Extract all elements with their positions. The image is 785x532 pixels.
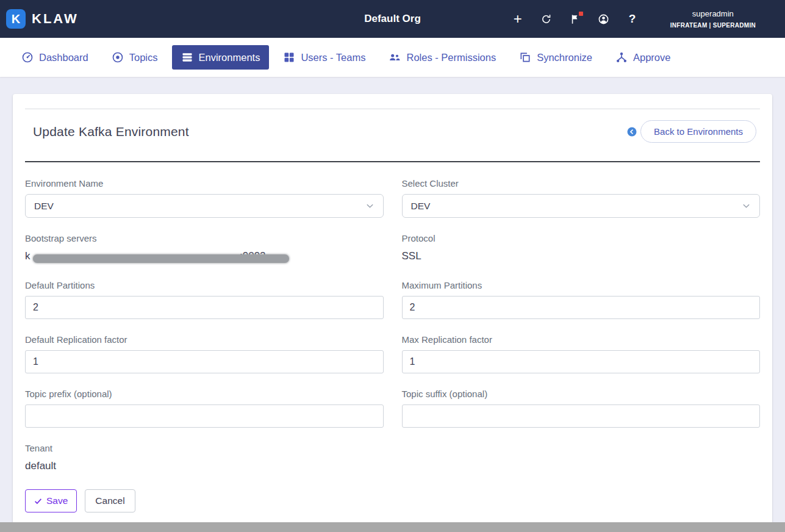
default-partitions-label: Default Partitions bbox=[25, 280, 384, 290]
user-block[interactable]: superadmin INFRATEAM | SUPERADMIN bbox=[670, 9, 756, 29]
tenant-value: default bbox=[25, 459, 384, 473]
approve-icon bbox=[615, 51, 628, 63]
topic-prefix-label: Topic prefix (optional) bbox=[25, 389, 384, 399]
chevron-down-icon bbox=[365, 201, 375, 210]
title-divider bbox=[25, 161, 760, 162]
brand[interactable]: K KLAW bbox=[6, 9, 79, 29]
max-replication-factor-input[interactable] bbox=[402, 350, 761, 373]
redaction-bar bbox=[33, 254, 289, 263]
topic-prefix-input[interactable] bbox=[25, 404, 384, 428]
field-protocol: Protocol SSL bbox=[402, 233, 761, 265]
default-replication-factor-label: Default Replication factor bbox=[25, 334, 384, 345]
tenant-label: Tenant bbox=[25, 443, 384, 453]
page-bottom-edge bbox=[0, 522, 785, 532]
nav-label: Synchronize bbox=[537, 52, 592, 63]
chevron-down-icon bbox=[742, 201, 751, 210]
field-default-partitions: Default Partitions bbox=[25, 280, 384, 319]
check-icon bbox=[34, 497, 42, 505]
refresh-icon[interactable] bbox=[540, 13, 553, 25]
question-glyph: ? bbox=[629, 12, 636, 26]
back-group: Back to Environments bbox=[626, 120, 756, 143]
bootstrap-servers-label: Bootstrap servers bbox=[25, 233, 384, 243]
field-select-cluster: Select Cluster DEV bbox=[402, 178, 761, 218]
notification-badge bbox=[579, 12, 583, 16]
help-icon[interactable]: ? bbox=[626, 13, 639, 25]
synchronize-icon bbox=[519, 51, 531, 63]
main-nav: Dashboard Topics Environments Users - Te… bbox=[0, 38, 785, 77]
cancel-button[interactable]: Cancel bbox=[85, 489, 135, 512]
topics-icon bbox=[112, 51, 124, 63]
bootstrap-visible-prefix: k bbox=[25, 250, 30, 262]
save-button[interactable]: Save bbox=[25, 489, 77, 512]
roles-permissions-icon bbox=[389, 51, 401, 63]
field-empty bbox=[402, 443, 761, 473]
maximum-partitions-label: Maximum Partitions bbox=[402, 280, 761, 290]
environment-form: Environment Name DEV Select Cluster DEV bbox=[25, 178, 760, 473]
protocol-value: SSL bbox=[402, 249, 761, 264]
field-max-replication-factor: Max Replication factor bbox=[402, 334, 761, 373]
field-tenant: Tenant default bbox=[25, 443, 384, 473]
maximum-partitions-input[interactable] bbox=[402, 296, 761, 319]
topic-suffix-label: Topic suffix (optional) bbox=[402, 389, 761, 399]
nav-label: Users - Teams bbox=[301, 52, 365, 63]
nav-item-approve[interactable]: Approve bbox=[606, 45, 679, 70]
users-teams-icon bbox=[283, 51, 295, 63]
field-maximum-partitions: Maximum Partitions bbox=[402, 280, 761, 319]
environment-name-label: Environment Name bbox=[25, 178, 384, 189]
select-cluster-value: DEV bbox=[411, 201, 431, 212]
nav-item-environments[interactable]: Environments bbox=[172, 45, 270, 70]
max-replication-factor-label: Max Replication factor bbox=[402, 334, 761, 345]
dashboard-icon bbox=[21, 51, 34, 63]
nav-label: Roles - Permissions bbox=[406, 52, 496, 63]
brand-name: KLAW bbox=[32, 11, 79, 27]
user-team-role: INFRATEAM | SUPERADMIN bbox=[670, 22, 756, 29]
nav-item-topics[interactable]: Topics bbox=[102, 45, 167, 70]
field-topic-suffix: Topic suffix (optional) bbox=[402, 389, 761, 428]
plus-glyph: + bbox=[514, 13, 522, 24]
page-title: Update Kafka Environment bbox=[33, 124, 189, 139]
default-replication-factor-input[interactable] bbox=[25, 350, 384, 373]
header-icons: + ? bbox=[512, 13, 639, 25]
klaw-logo-icon: K bbox=[6, 9, 26, 29]
flag-notifications-icon[interactable] bbox=[569, 13, 581, 25]
username: superadmin bbox=[670, 9, 756, 18]
protocol-label: Protocol bbox=[402, 233, 761, 243]
user-account-icon[interactable] bbox=[598, 13, 610, 25]
topic-suffix-input[interactable] bbox=[402, 404, 761, 428]
environments-icon bbox=[181, 51, 193, 63]
nav-label: Topics bbox=[129, 52, 158, 63]
nav-item-synchronize[interactable]: Synchronize bbox=[510, 45, 601, 70]
page: K KLAW Default Org + ? superadmin INFRAT… bbox=[0, 0, 785, 532]
bootstrap-servers-value: k :9092 bbox=[25, 249, 384, 265]
default-partitions-input[interactable] bbox=[25, 296, 384, 319]
save-label: Save bbox=[46, 495, 68, 506]
environment-name-select[interactable]: DEV bbox=[25, 194, 384, 218]
field-bootstrap-servers: Bootstrap servers k :9092 bbox=[25, 233, 384, 265]
nav-item-dashboard[interactable]: Dashboard bbox=[12, 45, 98, 70]
field-topic-prefix: Topic prefix (optional) bbox=[25, 389, 384, 428]
org-title: Default Org bbox=[364, 13, 421, 25]
nav-item-roles-permissions[interactable]: Roles - Permissions bbox=[379, 45, 505, 70]
nav-label: Dashboard bbox=[39, 52, 88, 63]
add-icon[interactable]: + bbox=[512, 13, 524, 25]
back-arrow-circle-icon[interactable] bbox=[626, 126, 637, 137]
title-row: Update Kafka Environment Back to Environ… bbox=[25, 109, 760, 161]
environment-name-value: DEV bbox=[34, 201, 54, 212]
field-default-replication-factor: Default Replication factor bbox=[25, 334, 384, 373]
top-header: K KLAW Default Org + ? superadmin INFRAT… bbox=[0, 0, 785, 38]
button-row: Save Cancel bbox=[25, 489, 760, 512]
select-cluster-label: Select Cluster bbox=[402, 178, 761, 189]
nav-label: Approve bbox=[633, 52, 670, 63]
field-environment-name: Environment Name DEV bbox=[25, 178, 384, 218]
select-cluster-select[interactable]: DEV bbox=[402, 194, 761, 218]
nav-item-users-teams[interactable]: Users - Teams bbox=[274, 45, 375, 70]
nav-label: Environments bbox=[199, 52, 260, 63]
update-environment-card: Update Kafka Environment Back to Environ… bbox=[13, 94, 772, 526]
back-to-environments-button[interactable]: Back to Environments bbox=[640, 120, 756, 143]
